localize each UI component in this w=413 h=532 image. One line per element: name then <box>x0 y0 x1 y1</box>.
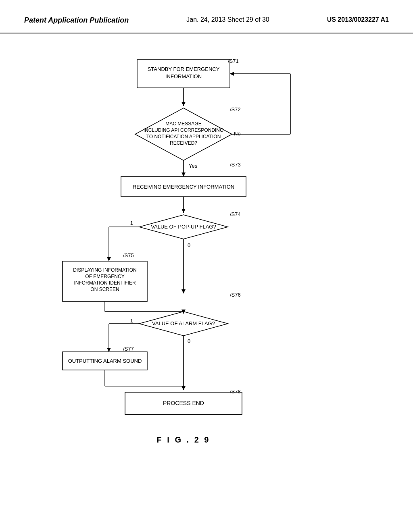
flowchart-svg: STANDBY FOR EMERGENCY INFORMATION /S71 M… <box>0 37 413 481</box>
s78-label: /S78 <box>230 389 241 395</box>
publication-label: Patent Application Publication <box>24 16 129 25</box>
s77-label: /S77 <box>123 346 134 352</box>
s75-line1: DISPLAYING INFORMATION <box>73 267 137 273</box>
s71-label: /S71 <box>228 58 239 64</box>
s72-line3: TO NOTIFICATION APPLICATION <box>146 134 221 139</box>
s74-0-down-head <box>181 289 186 293</box>
s73-label: /S73 <box>230 162 241 168</box>
arrow-s71-s72-head <box>181 102 186 106</box>
s75-line4: ON SCREEN <box>90 287 119 292</box>
s76-label: /S76 <box>230 292 241 298</box>
s73-text: RECEIVING EMERGENCY INFORMATION <box>133 184 234 190</box>
arrow-s73-s74-head <box>181 209 186 213</box>
page: Patent Application Publication Jan. 24, … <box>0 0 413 532</box>
s71-line1: STANDBY FOR EMERGENCY <box>148 66 220 72</box>
no-label: No <box>234 131 241 137</box>
flowchart-area: STANDBY FOR EMERGENCY INFORMATION /S71 M… <box>0 37 413 481</box>
header: Patent Application Publication Jan. 24, … <box>0 0 413 33</box>
alarm-flag-1: 1 <box>130 318 133 324</box>
no-arrow-head <box>230 72 234 76</box>
s76-0-down-head <box>181 386 186 390</box>
s75-label: /S75 <box>123 252 134 258</box>
s78-text: PROCESS END <box>163 400 204 406</box>
s74-label: /S74 <box>230 211 241 217</box>
yes-label: Yes <box>189 163 198 169</box>
s75-line3: INFORMATION IDENTIFIER <box>74 280 136 286</box>
pop-flag-1: 1 <box>130 220 133 226</box>
patent-number: US 2013/0023227 A1 <box>327 16 389 23</box>
s74-text: VALUE OF POP-UP FLAG? <box>151 224 216 230</box>
alarm-flag-0: 0 <box>188 338 190 344</box>
s74-to-s75-head <box>107 257 111 261</box>
s76-s77-head <box>107 348 111 352</box>
s75-line2: OF EMERGENCY <box>85 274 124 279</box>
sheet-info: Jan. 24, 2013 Sheet 29 of 30 <box>186 16 269 23</box>
s71-line2: INFORMATION <box>165 73 202 79</box>
pop-flag-0: 0 <box>188 242 190 248</box>
figure-caption: F I G . 2 9 <box>157 435 211 444</box>
s72-line1: MAC MESSAGE <box>165 121 201 127</box>
s76-text: VALUE OF ALARM FLAG? <box>152 320 215 326</box>
s72-line2: INCLUDING API CORRESPONDING <box>144 127 224 133</box>
arrow-s72-s73-head <box>181 172 186 177</box>
s72-label: /S72 <box>230 106 241 112</box>
s77-text: OUTPUTTING ALARM SOUND <box>68 358 142 364</box>
s72-line4: RECEIVED? <box>170 140 197 146</box>
